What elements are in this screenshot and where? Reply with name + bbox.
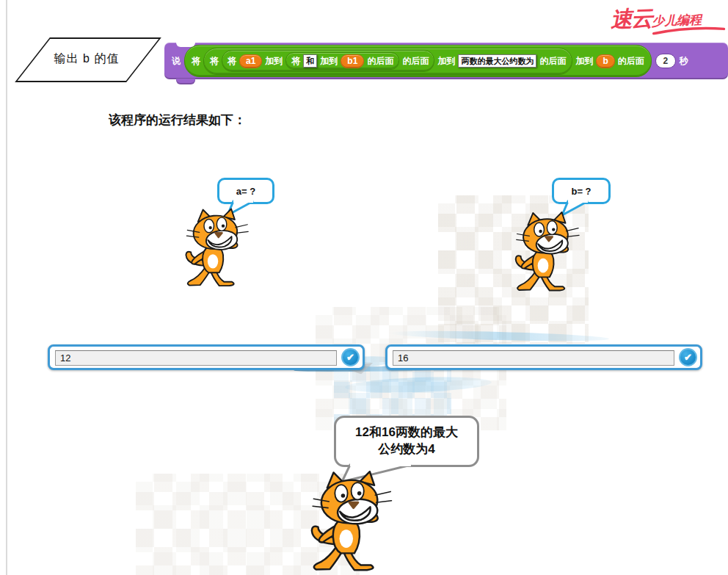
check-icon: ✔ <box>346 352 354 363</box>
join-mid: 加到 <box>575 55 593 68</box>
scratch-cat-sprite-a[interactable] <box>175 206 252 292</box>
brand-logo-main: 速云 <box>610 6 652 32</box>
join-suffix: 的后面 <box>402 55 429 68</box>
answer-input-a[interactable] <box>55 350 337 366</box>
submit-answer-button-b[interactable]: ✔ <box>679 348 697 366</box>
text-input-gcd[interactable]: 两数的最大公约数为 <box>458 54 536 68</box>
variable-b[interactable]: b <box>596 54 614 68</box>
speech-bubble-a: a= ? <box>217 178 274 204</box>
variable-a1[interactable]: a1 <box>239 54 262 68</box>
join-suffix: 的后面 <box>618 55 644 68</box>
join-block-level4[interactable]: 将 和 加到 b1 的后面 <box>285 52 399 70</box>
variable-b1[interactable]: b1 <box>341 54 364 68</box>
watermark-streak <box>345 375 492 395</box>
scratch-cat-sprite-main[interactable] <box>279 471 415 575</box>
logo-underline-swoosh <box>652 25 725 35</box>
brand-logo: 速云少儿编程 <box>610 1 727 37</box>
say-keyword: 说 <box>172 55 181 68</box>
result-intro-text: 该程序的运行结果如下： <box>109 112 246 129</box>
join-block-level1[interactable]: 将 将 将 a1 加到 将 和 加到 b1 的后面 的后面 加到 <box>184 45 652 77</box>
ask-answer-box-b: ✔ <box>385 344 702 370</box>
join-block-level2[interactable]: 将 将 a1 加到 将 和 加到 b1 的后面 的后面 加到 两数的最大公约数为 <box>203 48 572 75</box>
join-mid: 加到 <box>320 55 338 68</box>
answer-input-b[interactable] <box>393 350 674 366</box>
ask-answer-box-a: ✔ <box>48 344 365 370</box>
join-prefix: 将 <box>228 55 236 68</box>
join-suffix: 的后面 <box>367 55 393 68</box>
join-mid: 加到 <box>437 55 455 68</box>
speech-bubble-b: b= ? <box>552 178 611 204</box>
text-input-and[interactable]: 和 <box>303 54 317 68</box>
duration-input[interactable]: 2 <box>655 54 676 68</box>
submit-answer-button-a[interactable]: ✔ <box>341 348 360 366</box>
join-block-level3[interactable]: 将 a1 加到 将 和 加到 b1 的后面 的后面 <box>222 50 434 72</box>
join-mid: 加到 <box>265 55 283 68</box>
flowchart-output-label: 输出 b 的值 <box>22 37 151 81</box>
check-icon: ✔ <box>684 352 692 363</box>
speech-bubble-b-text: b= ? <box>571 186 591 197</box>
seconds-unit: 秒 <box>680 55 688 68</box>
scratch-cat-sprite-b[interactable] <box>504 210 583 296</box>
speech-bubble-a-text: a= ? <box>236 186 255 197</box>
page-edge-divider <box>6 0 7 575</box>
final-result-bubble: 12和16两数的最大 公约数为4 <box>334 416 479 467</box>
final-result-line2: 公约数为4 <box>378 441 434 458</box>
join-prefix: 将 <box>291 55 300 68</box>
watermark-streak <box>389 329 609 343</box>
join-suffix: 的后面 <box>539 55 566 68</box>
join-prefix: 将 <box>192 55 200 68</box>
tutorial-page: 速云少儿编程 输出 b 的值 说 将 将 将 a1 加到 将 和 加到 <box>0 0 728 575</box>
join-prefix: 将 <box>210 55 219 68</box>
final-result-line1: 12和16两数的最大 <box>355 424 458 441</box>
say-for-seconds-block[interactable]: 说 将 将 将 a1 加到 将 和 加到 b1 的后面 的后面 <box>164 43 728 79</box>
